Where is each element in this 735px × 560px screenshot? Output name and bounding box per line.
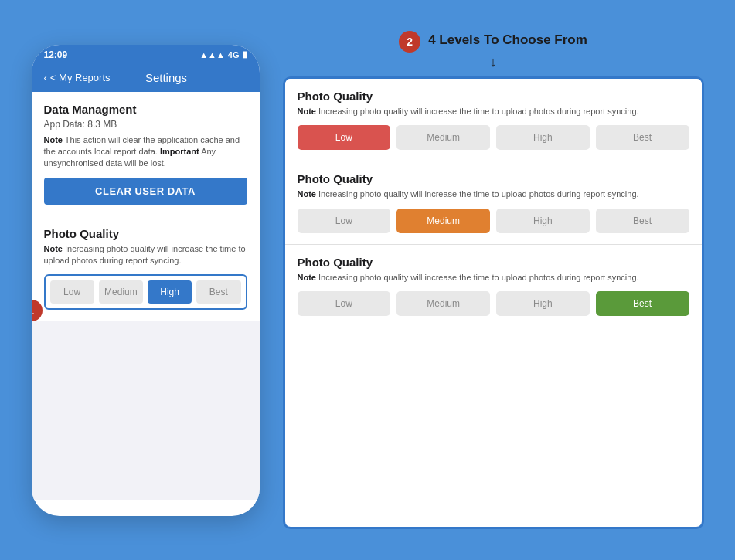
card1-high-button[interactable]: High (496, 125, 590, 150)
note-label: Note (44, 244, 63, 253)
card-medium: Photo Quality Note Increasing photo qual… (285, 161, 702, 244)
card1-buttons: Low Medium High Best (298, 125, 689, 150)
signal-icon: ▲▲▲ (199, 50, 225, 59)
panel-title: 4 Levels To Choose From (428, 32, 587, 48)
status-time: 12:09 (44, 49, 68, 60)
clear-user-data-button[interactable]: CLEAR USER DATA (44, 178, 247, 205)
card2-high-button[interactable]: High (496, 209, 590, 233)
battery-icon: ▮ (243, 49, 247, 59)
card3-buttons: Low Medium High Best (298, 291, 689, 316)
card2-note-bold: Note (298, 189, 316, 199)
nav-title: Settings (145, 71, 218, 84)
card2-buttons: Low Medium High Best (298, 209, 689, 233)
arrow-down-icon: ↓ (283, 54, 704, 70)
card1-low-button[interactable]: Low (298, 125, 391, 150)
card3-low-button[interactable]: Low (298, 291, 391, 316)
important-bold: Important (160, 147, 199, 156)
note-bold: Note (44, 135, 63, 144)
right-panel: 2 4 Levels To Choose From ↓ Photo Qualit… (283, 31, 704, 529)
chevron-left-icon: ‹ (44, 72, 47, 83)
card2-medium-button[interactable]: Medium (396, 209, 490, 233)
card3-best-button[interactable]: Best (596, 291, 689, 316)
phone-mockup: 1 12:09 ▲▲▲ 4G ▮ ‹ < My Reports Settings… (32, 45, 260, 516)
photo-quality-note: Note Increasing photo quality will incre… (44, 243, 247, 267)
card1-best-button[interactable]: Best (596, 125, 689, 150)
network-icon: 4G (228, 50, 240, 59)
quality-medium-button[interactable]: Medium (99, 280, 143, 304)
data-management-title: Data Managment (44, 103, 247, 116)
cards-container: Photo Quality Note Increasing photo qual… (283, 76, 704, 529)
data-management-note: Note This action will clear the applicat… (44, 134, 247, 170)
card2-best-button[interactable]: Best (596, 209, 689, 233)
card-low: Photo Quality Note Increasing photo qual… (285, 79, 702, 161)
card-best: Photo Quality Note Increasing photo qual… (285, 245, 702, 327)
quality-low-button[interactable]: Low (50, 280, 94, 304)
back-button[interactable]: ‹ < My Reports (44, 72, 111, 83)
phone-nav-bar: ‹ < My Reports Settings (32, 65, 260, 92)
card3-title: Photo Quality (298, 256, 689, 269)
quality-best-button[interactable]: Best (196, 280, 240, 304)
card3-high-button[interactable]: High (496, 291, 590, 316)
main-container: 1 12:09 ▲▲▲ 4G ▮ ‹ < My Reports Settings… (16, 15, 720, 545)
card1-note-bold: Note (298, 107, 316, 116)
card1-medium-button[interactable]: Medium (396, 125, 490, 150)
card1-note: Note Increasing photo quality will incre… (298, 106, 689, 117)
quality-high-button[interactable]: High (148, 280, 192, 304)
status-bar: 12:09 ▲▲▲ 4G ▮ (32, 45, 260, 65)
phone-content: Data Managment App Data: 8.3 MB Note Thi… (32, 92, 260, 500)
back-label: < My Reports (50, 72, 111, 83)
card2-title: Photo Quality (298, 172, 689, 185)
card3-note-bold: Note (298, 273, 316, 282)
app-data-label: App Data: 8.3 MB (44, 119, 247, 130)
card3-note: Note Increasing photo quality will incre… (298, 272, 689, 283)
photo-quality-title: Photo Quality (44, 227, 247, 240)
quality-button-group: Low Medium High Best (44, 274, 247, 310)
data-management-section: Data Managment App Data: 8.3 MB Note Thi… (32, 92, 260, 216)
card2-low-button[interactable]: Low (298, 209, 391, 233)
badge-2: 2 (399, 31, 420, 53)
card2-note: Note Increasing photo quality will incre… (298, 188, 689, 200)
photo-quality-section: Photo Quality Note Increasing photo qual… (32, 216, 260, 321)
card3-medium-button[interactable]: Medium (396, 291, 490, 316)
card1-title: Photo Quality (298, 90, 689, 103)
